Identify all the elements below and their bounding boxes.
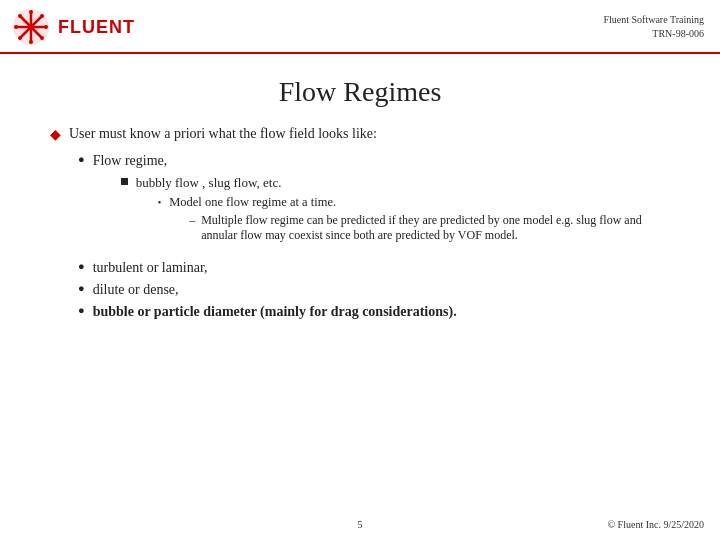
logo-area: FLUENT <box>12 8 135 46</box>
level5-container: – Multiple flow regime can be predicted … <box>169 213 670 243</box>
copyright-text: © Fluent Inc. 9/25/2020 <box>475 519 704 530</box>
square-bullet-icon <box>121 178 128 185</box>
page-title: Flow Regimes <box>0 76 720 108</box>
list-item: ● Flow regime, bubbly flow , slug flow, … <box>78 153 670 254</box>
training-line1: Fluent Software Training <box>603 13 704 27</box>
bubbly-flow-text: bubbly flow , slug flow, etc. <box>136 175 282 190</box>
header: FLUENT Fluent Software Training TRN-98-0… <box>0 0 720 54</box>
model-one-text: Model one flow regime at a time. <box>169 195 336 209</box>
svg-point-13 <box>18 36 22 40</box>
level3-container: bubbly flow , slug flow, etc. • Model on… <box>93 175 670 250</box>
main-content: ◆ User must know a priori what the flow … <box>0 126 720 320</box>
level4-container: • Model one flow regime at a time. – Mul… <box>136 195 670 246</box>
dash-icon: – <box>189 213 195 228</box>
list-item: ● bubble or particle diameter (mainly fo… <box>78 304 670 320</box>
diamond-bullet-icon: ◆ <box>50 126 61 143</box>
flow-regime-label: Flow regime, <box>93 153 168 168</box>
multiple-flow-text: Multiple flow regime can be predicted if… <box>201 213 670 243</box>
list-item: ● dilute or dense, <box>78 282 670 298</box>
fluent-logo-icon <box>12 8 50 46</box>
bubbly-flow-section: bubbly flow , slug flow, etc. • Model on… <box>136 175 670 250</box>
svg-point-11 <box>40 36 44 40</box>
bullet-icon: ● <box>78 304 85 316</box>
footer: 5 © Fluent Inc. 9/25/2020 <box>0 519 720 530</box>
sub-bullets-container: ● Flow regime, bubbly flow , slug flow, … <box>50 153 670 320</box>
model-one-section: Model one flow regime at a time. – Multi… <box>169 195 670 246</box>
main-bullet-item: ◆ User must know a priori what the flow … <box>50 126 670 143</box>
company-name: FLUENT <box>58 17 135 38</box>
svg-point-7 <box>29 40 33 44</box>
header-info: Fluent Software Training TRN-98-006 <box>603 13 704 41</box>
footer-left <box>16 519 245 530</box>
title-section: Flow Regimes <box>0 54 720 126</box>
svg-point-9 <box>44 25 48 29</box>
flow-regime-section: Flow regime, bubbly flow , slug flow, et… <box>93 153 670 254</box>
svg-point-12 <box>40 14 44 18</box>
training-line2: TRN-98-006 <box>603 27 704 41</box>
list-item: ● turbulent or laminar, <box>78 260 670 276</box>
list-item: – Multiple flow regime can be predicted … <box>189 213 670 243</box>
svg-point-8 <box>14 25 18 29</box>
svg-point-10 <box>18 14 22 18</box>
dot-bullet-icon: • <box>158 197 162 208</box>
turbulent-text: turbulent or laminar, <box>93 260 208 276</box>
list-item: • Model one flow regime at a time. – Mul… <box>158 195 670 246</box>
page-number: 5 <box>245 519 474 530</box>
main-bullet-text: User must know a priori what the flow fi… <box>69 126 670 142</box>
dilute-text: dilute or dense, <box>93 282 179 298</box>
svg-point-6 <box>29 10 33 14</box>
bullet-icon: ● <box>78 282 85 294</box>
bubble-diameter-text: bubble or particle diameter (mainly for … <box>93 304 457 320</box>
list-item: bubbly flow , slug flow, etc. • Model on… <box>121 175 670 250</box>
bullet-icon: ● <box>78 260 85 272</box>
bullet-icon: ● <box>78 153 85 165</box>
